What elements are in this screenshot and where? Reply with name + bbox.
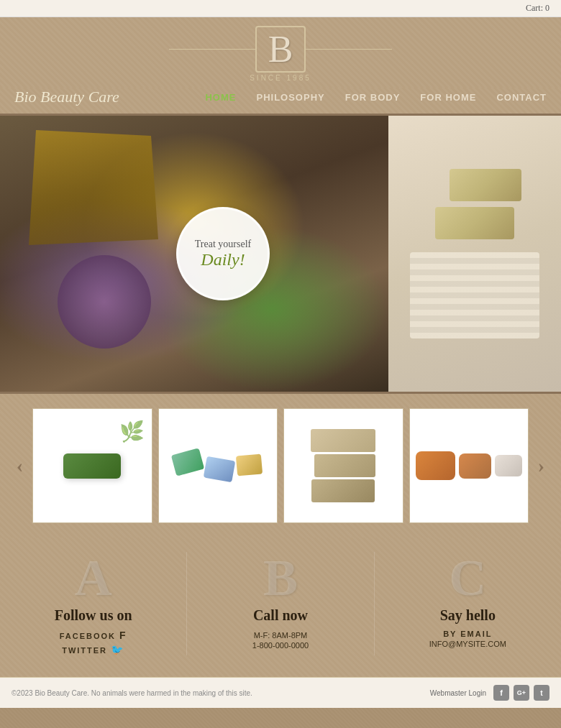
- info-col-call: B Call now M-F: 8AM-8PM 1-800-000-0000: [187, 552, 374, 655]
- facebook-icon: f: [119, 630, 127, 641]
- carousel-item-1[interactable]: 🌿: [32, 408, 152, 523]
- logo-letter: B: [255, 26, 306, 73]
- carousel-prev-button[interactable]: ‹: [7, 453, 32, 479]
- bottom-info-section: A Follow us on FACEBOOK f TWITTER 🐦 B Ca…: [0, 538, 561, 677]
- soap-towel: [410, 252, 539, 338]
- nav-links: HOME PHILOSOPHY FOR BODY FOR HOME CONTAC…: [205, 91, 547, 103]
- cart-label[interactable]: Cart: 0: [526, 3, 549, 13]
- product-carousel: ‹ 🌿: [0, 394, 561, 538]
- treat-text-bottom: Daily!: [201, 250, 245, 269]
- treat-text-top: Treat yourself: [195, 239, 251, 250]
- soap-b3: [311, 479, 375, 502]
- info-letter-c: C: [449, 552, 486, 604]
- soap-block-bottom: [435, 207, 514, 239]
- carousel-item-3[interactable]: [283, 408, 403, 523]
- nav-link-for-home[interactable]: FOR HOME: [420, 92, 476, 103]
- soap-block-top: [450, 169, 521, 201]
- soap-b1: [311, 429, 375, 452]
- info-col-follow: A Follow us on FACEBOOK f TWITTER 🐦: [0, 552, 187, 655]
- nav-item-for-body[interactable]: FOR BODY: [345, 91, 401, 103]
- info-title-hello: Say hello: [440, 607, 496, 624]
- treat-badge: Treat yourself Daily!: [176, 207, 270, 300]
- nav-item-contact[interactable]: CONTACT: [496, 91, 547, 103]
- info-letter-a: A: [75, 552, 112, 604]
- info-call-number: 1-800-000-0000: [252, 641, 309, 650]
- hero-left-panel: Treat yourself Daily!: [0, 116, 388, 392]
- nav-item-philosophy[interactable]: PHILOSOPHY: [256, 91, 324, 103]
- logo-area: B: [0, 26, 561, 73]
- soap-b2: [314, 454, 375, 477]
- soap-c1: [171, 448, 204, 476]
- carousel-item-2[interactable]: [158, 408, 278, 523]
- info-call-hours: M-F: 8AM-8PM: [254, 631, 308, 640]
- soap-visual: [410, 169, 539, 338]
- nav-link-contact[interactable]: CONTACT: [496, 92, 547, 103]
- info-email-address: INFO@MYSITE.COM: [429, 640, 506, 648]
- herb-flower-deco: [58, 255, 151, 349]
- footer-google-plus-icon[interactable]: G+: [514, 685, 529, 701]
- info-twitter-label: TWITTER 🐦: [62, 644, 124, 655]
- nav-link-home[interactable]: HOME: [205, 92, 236, 103]
- logo-line-right: [306, 49, 392, 50]
- soap-a3: [495, 455, 522, 476]
- soap-a2: [459, 453, 491, 479]
- carousel-item-4[interactable]: [409, 408, 529, 523]
- twitter-icon: 🐦: [111, 644, 124, 655]
- footer-social-icons: f G+ t: [493, 685, 549, 701]
- logo-line-left: [169, 49, 255, 50]
- navigation: Bio Beauty Care HOME PHILOSOPHY FOR BODY…: [0, 88, 561, 114]
- beige-soap-stack: [311, 429, 375, 502]
- info-letter-b: B: [263, 552, 298, 604]
- footer-twitter-icon[interactable]: t: [534, 685, 549, 701]
- soap-a1: [416, 451, 455, 480]
- info-title-follow: Follow us on: [55, 607, 132, 624]
- info-facebook-label: FACEBOOK f: [60, 630, 127, 641]
- header: B SINCE 1985: [0, 17, 561, 88]
- top-bar: Cart: 0: [0, 0, 561, 17]
- carousel-items-container: 🌿: [32, 408, 529, 523]
- herb-sticks-deco: [22, 130, 165, 245]
- info-title-call: Call now: [253, 607, 308, 624]
- header-since: SINCE 1985: [0, 74, 561, 82]
- soap-c3: [236, 454, 263, 476]
- nav-link-philosophy[interactable]: PHILOSOPHY: [256, 92, 324, 103]
- footer: ©2023 Bio Beauty Care. No animals were h…: [0, 677, 561, 708]
- footer-facebook-icon[interactable]: f: [493, 685, 509, 701]
- webmaster-login-link[interactable]: Webmaster Login: [430, 689, 486, 697]
- amber-soap-visual: [416, 451, 522, 480]
- colorful-soap-visual: [173, 451, 262, 480]
- green-soap-visual: [63, 453, 121, 479]
- leaf-icon: 🌿: [119, 420, 145, 443]
- hero-section: Treat yourself Daily!: [0, 114, 561, 394]
- hero-right-panel: [388, 116, 561, 392]
- footer-copyright: ©2023 Bio Beauty Care. No animals were h…: [12, 689, 430, 697]
- footer-right: Webmaster Login f G+ t: [430, 685, 549, 701]
- info-by-email-label: BY EMAIL: [443, 630, 492, 638]
- nav-link-for-body[interactable]: FOR BODY: [345, 92, 401, 103]
- soap-c2: [204, 456, 236, 482]
- nav-item-for-home[interactable]: FOR HOME: [420, 91, 476, 103]
- carousel-next-button[interactable]: ›: [529, 453, 554, 479]
- info-col-hello: C Say hello BY EMAIL INFO@MYSITE.COM: [375, 552, 561, 655]
- brand-name: Bio Beauty Care: [14, 88, 205, 106]
- nav-item-home[interactable]: HOME: [205, 91, 236, 103]
